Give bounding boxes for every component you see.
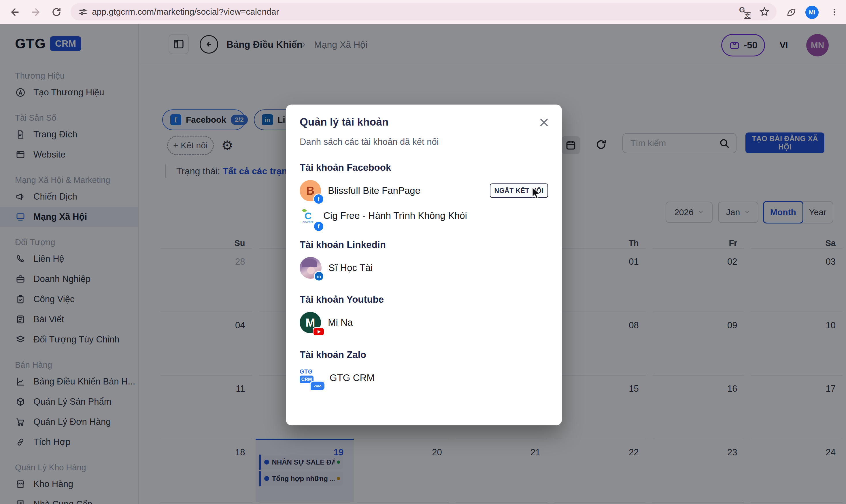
youtube-badge-icon <box>314 328 324 335</box>
bookmark-star-icon[interactable] <box>759 7 770 17</box>
modal-body: Tài khoản FacebookBfBlissfull Bite FanPa… <box>300 162 548 390</box>
site-settings-icon[interactable] <box>78 7 88 17</box>
account-name: Cig Free - Hành Trình Không Khói <box>323 210 467 221</box>
translate-icon[interactable]: G文 <box>739 6 751 18</box>
account-row: BfBlissfull Bite FanPageNGẮT KẾT NỐI <box>300 179 548 202</box>
account-row: CCIG FREEfCig Free - Hành Trình Không Kh… <box>300 206 548 225</box>
mouse-cursor <box>532 187 542 201</box>
modal-section-heading: Tài khoản Zalo <box>300 349 548 360</box>
account-management-modal: Quản lý tài khoản Danh sách các tài khoả… <box>286 105 562 425</box>
account-avatar: GTGCRMZalo <box>300 368 323 388</box>
modal-section-heading: Tài khoản Youtube <box>300 294 548 305</box>
modal-section-heading: Tài khoản Facebook <box>300 162 548 173</box>
account-row: inSĩ Học Tài <box>300 256 548 280</box>
facebook-badge-icon: f <box>314 194 323 204</box>
account-name: Mi Na <box>328 317 353 328</box>
close-icon[interactable] <box>538 116 550 129</box>
url-text: app.gtgcrm.com/marketing/social?view=cal… <box>92 7 279 17</box>
account-name: Sĩ Học Tài <box>329 263 373 273</box>
browser-menu-icon[interactable] <box>826 4 843 20</box>
browser-forward-icon[interactable] <box>28 4 44 20</box>
browser-chrome: app.gtgcrm.com/marketing/social?view=cal… <box>0 0 846 24</box>
modal-title: Quản lý tài khoản <box>300 116 548 128</box>
browser-profile-avatar[interactable]: Mi <box>805 6 818 19</box>
browser-back-icon[interactable] <box>7 4 23 20</box>
account-name: GTG CRM <box>330 372 375 383</box>
facebook-badge-icon: f <box>314 222 323 231</box>
account-row: GTGCRMZaloGTG CRM <box>300 366 548 390</box>
account-name: Blissfull Bite FanPage <box>328 185 420 196</box>
modal-section-heading: Tài khoản Linkedin <box>300 239 548 250</box>
browser-reload-icon[interactable] <box>48 4 65 20</box>
energy-saver-leaf-icon[interactable] <box>783 4 799 20</box>
account-row: MMi Na <box>300 311 548 335</box>
linkedin-badge-icon: in <box>315 272 323 281</box>
account-avatar: CCIG FREE <box>300 208 316 224</box>
address-bar[interactable]: app.gtgcrm.com/marketing/social?view=cal… <box>71 3 777 20</box>
modal-subtitle: Danh sách các tài khoản đã kết nối <box>300 137 548 147</box>
